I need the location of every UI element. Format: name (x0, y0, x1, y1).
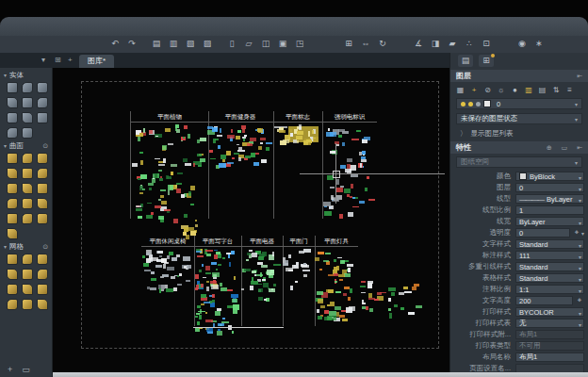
property-value-layout-name[interactable]: 布局1 (515, 352, 584, 362)
plot-preview-icon[interactable]: ▥ (168, 38, 179, 49)
print-icon[interactable]: ▤ (151, 38, 162, 49)
palette-tool-icon[interactable] (7, 112, 18, 123)
palette-tool-icon[interactable] (7, 97, 18, 108)
property-value-annotation-scale[interactable]: 1:1▾ (515, 285, 584, 294)
palette-tab-layers[interactable]: ▤ (458, 55, 473, 67)
palette-tool-icon[interactable] (22, 168, 33, 179)
property-value-color[interactable]: ByBlock▾ (515, 172, 584, 181)
layer-new-icon[interactable]: + (469, 85, 480, 95)
save-icon[interactable]: ◫ (260, 38, 271, 49)
palette-tool-icon[interactable] (22, 112, 33, 123)
palette-tool-icon[interactable] (22, 82, 33, 93)
layer-properties-icon[interactable]: ▦ (455, 85, 466, 95)
selection-type-dropdown[interactable]: 图纸空间 ▾ (456, 156, 582, 168)
section-gear-icon[interactable]: ⊙ (42, 142, 48, 150)
palette-add-button[interactable]: + (8, 365, 12, 374)
options-icon[interactable]: ∗ (533, 38, 545, 49)
palette-tool-icon[interactable] (7, 198, 18, 209)
palette-tool-icon[interactable] (22, 153, 33, 164)
palette-tool-icon[interactable] (7, 228, 18, 239)
property-value-lineweight[interactable]: ByLayer▾ (515, 217, 584, 226)
point-style-icon[interactable]: ∴ (464, 38, 475, 49)
layer-lock-icon[interactable]: ● (510, 85, 520, 95)
property-value-linetype-scale[interactable]: 1 (515, 205, 584, 215)
property-value-transparency[interactable]: 0 (515, 228, 570, 238)
palette-tool-icon[interactable] (7, 299, 18, 310)
palette-tool-icon[interactable] (37, 299, 48, 310)
quick-select-icon[interactable]: ⇤ (577, 144, 582, 152)
show-layer-list-link[interactable]: 〉 显示图层列表 (460, 129, 514, 139)
tab-menu-icon[interactable]: ▾ (41, 56, 45, 64)
layer-current-dropdown[interactable]: 0▾ (456, 98, 582, 109)
palette-tool-icon[interactable] (7, 254, 18, 265)
palette-tool-icon[interactable] (7, 213, 18, 224)
new-drawing-icon[interactable]: ▯ (226, 38, 237, 49)
redo-icon[interactable]: ↷ (126, 38, 138, 49)
layer-state-dropdown[interactable]: 未保存的图层状态 ▾ (456, 113, 582, 124)
palette-tool-icon[interactable] (37, 254, 48, 265)
property-value-dim-style[interactable]: 111▾ (515, 251, 584, 260)
palette-tool-icon[interactable] (7, 153, 18, 164)
palette-tool-icon[interactable] (37, 269, 48, 280)
tab-grid-icon[interactable]: ⊞ (55, 56, 61, 64)
palette-section-0[interactable]: ▾实体 (4, 70, 52, 80)
palette-tool-icon[interactable] (37, 213, 48, 224)
section-gear-icon[interactable]: ⊙ (42, 243, 48, 251)
palette-doc-icon[interactable]: ▭ (22, 365, 30, 374)
pan-icon[interactable]: ⇔ (360, 38, 371, 49)
palette-tool-icon[interactable] (37, 97, 48, 108)
layer-color-icon[interactable]: ▥ (524, 85, 534, 95)
panel-collapse-icon[interactable]: ⇤ (577, 73, 582, 80)
palette-tool-icon[interactable] (7, 269, 18, 280)
palette-tool-icon[interactable] (7, 168, 18, 179)
palette-section-1[interactable]: ▾曲面⊙ (4, 140, 52, 151)
open-drawing-icon[interactable]: ▱ (243, 38, 254, 49)
palette-tool-icon[interactable] (22, 254, 33, 265)
select-objects-icon[interactable]: ▭ (562, 144, 568, 152)
palette-tool-icon[interactable] (7, 127, 18, 139)
palette-tool-icon[interactable] (22, 213, 33, 224)
paste-icon[interactable]: ▧ (185, 38, 196, 49)
palette-tool-icon[interactable] (22, 97, 33, 108)
text-height-picker-icon[interactable]: ⌖ (575, 296, 584, 305)
palette-tool-icon[interactable] (37, 284, 48, 295)
drawing-tab-active[interactable]: 图库* (79, 55, 114, 68)
measure-icon[interactable]: ∡ (413, 38, 424, 49)
property-value-layer[interactable]: 0▾ (515, 183, 584, 192)
palette-tool-icon[interactable] (37, 168, 48, 179)
palette-tool-icon[interactable] (37, 183, 48, 194)
palette-tool-icon[interactable] (22, 299, 33, 310)
render-icon[interactable]: ◉ (516, 38, 528, 49)
zoom-window-icon[interactable]: ⊞ (343, 38, 354, 49)
page-setup-icon[interactable]: ▨ (202, 38, 213, 49)
palette-tool-icon[interactable] (7, 284, 18, 295)
layer-match-icon[interactable]: ▤ (537, 85, 547, 95)
save-as-icon[interactable]: ▣ (277, 38, 288, 49)
property-value-plot-style[interactable]: BYCOLOR▾ (515, 307, 584, 317)
layer-freeze-icon[interactable]: ☼ (497, 85, 507, 95)
palette-tool-icon[interactable] (22, 198, 33, 209)
palette-tool-icon[interactable] (37, 112, 48, 123)
property-value-text-height[interactable]: 200 (515, 296, 573, 305)
undo-icon[interactable]: ↶ (109, 38, 121, 49)
palette-section-2[interactable]: ▾网格⊙ (4, 241, 52, 252)
export-icon[interactable]: ◳ (294, 38, 305, 49)
palette-tool-icon[interactable] (22, 183, 33, 194)
palette-tool-icon[interactable] (37, 198, 48, 209)
layer-off-icon[interactable]: ⊘ (482, 85, 493, 95)
palette-tab-blocks[interactable]: ⊞ (479, 55, 494, 67)
orbit-icon[interactable]: ↻ (377, 38, 388, 49)
insert-block-icon[interactable]: ⊡ (481, 38, 492, 49)
title-bar[interactable]: AAutodesk AutoCAD 2022图库.dwg 登录 ▾ (0, 17, 588, 37)
copy-clip-icon[interactable]: ◨ (430, 38, 441, 49)
palette-tool-icon[interactable] (7, 82, 18, 93)
property-value-table-style[interactable]: Standard▾ (515, 273, 584, 283)
layer-previous-icon[interactable]: ⇅ (551, 85, 562, 95)
palette-tool-icon[interactable] (7, 183, 18, 194)
property-value-linetype[interactable]: ————ByLayer▾ (515, 194, 584, 204)
palette-tool-icon[interactable] (22, 269, 33, 280)
layer-states-icon[interactable]: ≡ (564, 85, 575, 95)
palette-tool-icon[interactable] (22, 127, 33, 139)
palette-tool-icon[interactable] (22, 284, 33, 295)
transparency-picker-icon[interactable]: ⌖ (572, 228, 581, 238)
